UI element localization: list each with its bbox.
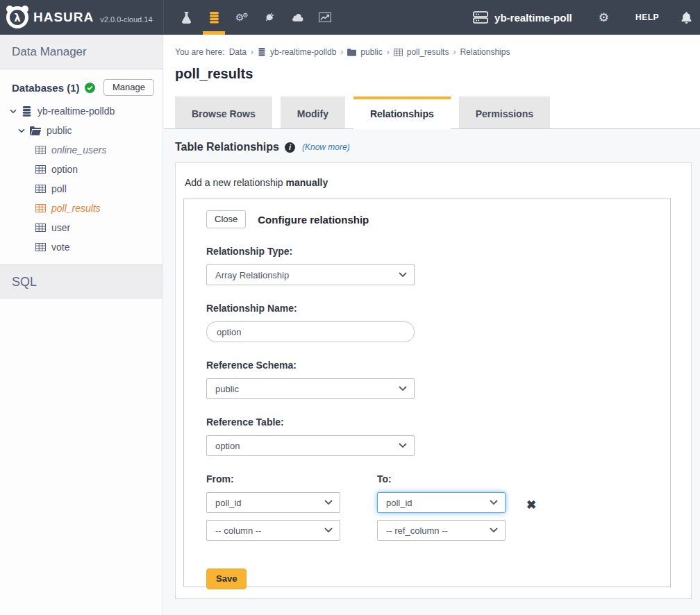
- project-name: yb-realtime-poll: [494, 12, 572, 24]
- tree-table-poll[interactable]: poll: [0, 179, 162, 199]
- breadcrumb-separator: ›: [453, 47, 456, 57]
- sidebar-header: Data Manager: [0, 35, 162, 69]
- main-content: You are here: Data › yb-realtime-polldb …: [164, 35, 700, 615]
- database-name: yb-realtime-polldb: [38, 106, 115, 117]
- reference-schema-select[interactable]: public: [206, 378, 415, 399]
- table-tabs: Browse Rows Modify Relationships Permiss…: [164, 96, 700, 129]
- panel-intro: Add a new relationship manually: [183, 172, 683, 199]
- relationship-name-input[interactable]: [206, 321, 415, 342]
- reference-table-label: Reference Table:: [206, 416, 670, 428]
- section-title: Table Relationships: [175, 141, 279, 153]
- know-more-link[interactable]: (Know more): [302, 142, 350, 152]
- tree-table-user[interactable]: user: [0, 218, 162, 237]
- table-name: option: [51, 164, 78, 175]
- nav-remote-schemas-plug-icon[interactable]: [256, 0, 283, 35]
- breadcrumb-prefix: You are here:: [175, 47, 225, 57]
- page-title: poll_results: [175, 66, 689, 82]
- databases-row: Databases (1) Manage: [0, 69, 162, 101]
- sidebar-sql-section[interactable]: SQL: [0, 264, 162, 299]
- main-header-area: You are here: Data › yb-realtime-polldb …: [164, 35, 700, 129]
- table-grid-icon: [35, 204, 46, 212]
- brand-area[interactable]: λ HASURA v2.0.0-cloud.14: [0, 0, 164, 35]
- tab-relationships[interactable]: Relationships: [353, 96, 451, 129]
- schema-name: public: [47, 125, 72, 136]
- tab-modify[interactable]: Modify: [281, 96, 345, 128]
- tree-schema-item[interactable]: public: [0, 121, 162, 140]
- reference-schema-field: Reference Schema: public: [206, 360, 670, 399]
- project-switcher[interactable]: yb-realtime-poll: [473, 11, 572, 24]
- table-name: user: [51, 222, 70, 233]
- table-grid-icon: [35, 224, 46, 232]
- to-column-placeholder-select[interactable]: -- ref_column --: [377, 520, 506, 541]
- nav-monitoring-chart-icon[interactable]: [311, 0, 339, 35]
- configure-header: Close Configure relationship: [206, 210, 670, 228]
- breadcrumb-data[interactable]: Data: [229, 47, 247, 57]
- databases-label-wrap: Databases (1): [12, 82, 95, 94]
- nav-actions-gears-icon[interactable]: ⚙⚙: [228, 0, 256, 35]
- from-column-placeholder-select[interactable]: -- column --: [206, 520, 340, 541]
- close-button[interactable]: Close: [206, 210, 246, 228]
- chevron-down-icon: [490, 528, 498, 533]
- hasura-logo-icon: λ: [4, 4, 31, 29]
- table-name: online_users: [51, 144, 106, 155]
- server-icon: [473, 11, 488, 24]
- relationship-type-field: Relationship Type: Array Relationship: [206, 246, 670, 285]
- tree-table-vote[interactable]: vote: [0, 237, 162, 257]
- breadcrumb-separator: ›: [340, 47, 343, 57]
- manage-button[interactable]: Manage: [103, 79, 154, 96]
- table-grid-icon: [35, 185, 46, 193]
- version-label: v2.0.0-cloud.14: [100, 15, 152, 24]
- reference-schema-label: Reference Schema:: [206, 360, 670, 371]
- chevron-down-icon[interactable]: [10, 109, 17, 114]
- tab-browse-rows[interactable]: Browse Rows: [175, 96, 272, 128]
- relationship-type-value: Array Relationship: [215, 270, 289, 280]
- reference-table-select[interactable]: option: [206, 435, 415, 456]
- databases-label: Databases (1): [12, 82, 80, 94]
- breadcrumb-separator: ›: [387, 47, 390, 57]
- chevron-down-icon: [490, 500, 498, 505]
- chevron-down-icon[interactable]: [18, 128, 25, 133]
- reference-schema-value: public: [215, 384, 239, 394]
- breadcrumb-table[interactable]: poll_results: [407, 47, 449, 57]
- column-mapping: From: poll_id -- column -- To:: [206, 473, 670, 541]
- intro-text: Add a new relationship: [185, 177, 283, 188]
- from-column-value: poll_id: [215, 498, 242, 508]
- breadcrumb-database[interactable]: yb-realtime-polldb: [270, 47, 336, 57]
- settings-gear-icon[interactable]: ⚙: [599, 10, 609, 25]
- chevron-down-icon: [399, 272, 407, 278]
- database-icon: [22, 106, 32, 117]
- to-column-value: poll_id: [386, 498, 412, 508]
- to-column: To: poll_id -- ref_column --: [377, 473, 506, 541]
- notifications-bell-icon[interactable]: [681, 12, 692, 24]
- remove-mapping-x-icon[interactable]: ✖: [526, 473, 536, 541]
- breadcrumb-separator: ›: [251, 47, 253, 57]
- section-header: Table Relationships i (Know more): [175, 141, 692, 153]
- tab-content: Table Relationships i (Know more) Add a …: [164, 129, 700, 615]
- tree-table-option[interactable]: option: [0, 160, 162, 179]
- table-name: poll: [51, 183, 67, 194]
- relationship-type-select[interactable]: Array Relationship: [206, 264, 415, 285]
- nav-api-flask-icon[interactable]: [172, 0, 200, 35]
- tree-database-item[interactable]: yb-realtime-polldb: [0, 101, 162, 121]
- to-column-select-focused[interactable]: poll_id: [377, 492, 506, 513]
- sidebar: Data Manager Databases (1) Manage yb-rea…: [0, 35, 163, 615]
- from-column-select[interactable]: poll_id: [206, 492, 340, 513]
- nav-data-database-icon[interactable]: [200, 0, 228, 35]
- table-grid-icon: [35, 165, 46, 174]
- relationship-type-label: Relationship Type:: [206, 246, 670, 257]
- navbar-right: yb-realtime-poll ⚙ HELP: [473, 0, 700, 35]
- nav-events-cloud-icon[interactable]: [283, 0, 311, 35]
- folder-icon: [30, 126, 41, 135]
- save-button[interactable]: Save: [206, 568, 247, 589]
- help-link[interactable]: HELP: [635, 12, 659, 22]
- from-column-placeholder: -- column --: [215, 525, 261, 536]
- chevron-down-icon: [399, 386, 407, 391]
- tab-permissions[interactable]: Permissions: [459, 96, 550, 128]
- table-grid-icon: [394, 49, 403, 56]
- schema-tree: yb-realtime-polldb public online_users o…: [0, 101, 162, 257]
- configure-title: Configure relationship: [258, 214, 369, 226]
- tree-table-online_users[interactable]: online_users: [0, 140, 162, 160]
- table-grid-icon: [35, 146, 46, 154]
- tree-table-poll_results-selected[interactable]: poll_results: [0, 199, 162, 218]
- breadcrumb-schema[interactable]: public: [360, 47, 382, 57]
